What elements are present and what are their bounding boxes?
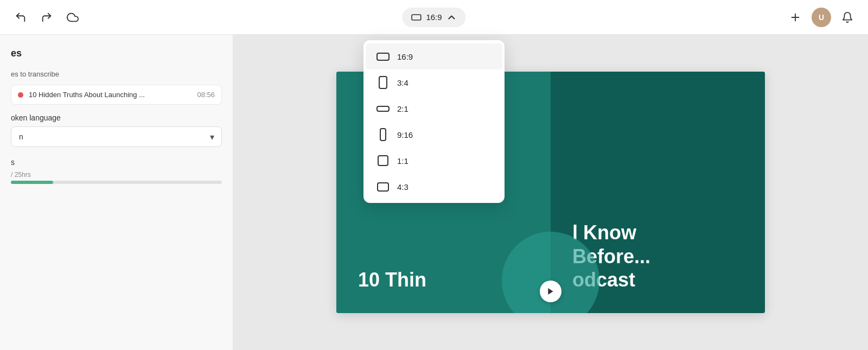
- svg-rect-6: [377, 106, 389, 111]
- slide-play-button[interactable]: [540, 281, 561, 302]
- file-status-dot: [18, 92, 23, 98]
- undo-button[interactable]: [11, 8, 30, 27]
- aspect-ratio-1-1-label: 1:1: [397, 156, 409, 166]
- svg-rect-4: [377, 53, 389, 60]
- portrait-icon: [376, 76, 390, 89]
- aspect-ratio-option-3-4[interactable]: 3:4: [366, 69, 502, 96]
- svg-rect-8: [378, 156, 388, 166]
- toolbar-right: U: [786, 8, 857, 27]
- toolbar-left: [11, 8, 82, 27]
- svg-rect-7: [380, 129, 386, 141]
- aspect-ratio-option-9-16[interactable]: 9:16: [366, 122, 502, 148]
- sidebar: es es to transcribe 10 Hidden Truths Abo…: [0, 35, 233, 350]
- aspect-ratio-option-1-1[interactable]: 1:1: [366, 148, 502, 174]
- aspect-ratio-3-4-label: 3:4: [397, 78, 409, 87]
- svg-rect-5: [379, 77, 387, 88]
- svg-rect-0: [412, 15, 421, 20]
- play-icon: [546, 287, 555, 296]
- chevron-up-icon: [446, 12, 457, 23]
- aspect-ratio-label: 16:9: [426, 12, 442, 22]
- files-label: es to transcribe: [11, 70, 222, 78]
- aspect-ratio-option-2-1[interactable]: 2:1: [366, 96, 502, 122]
- notification-button[interactable]: [838, 8, 857, 27]
- credits-label: s: [11, 158, 222, 167]
- file-duration: 08:56: [197, 91, 215, 99]
- aspect-ratio-4-3-label: 4:3: [397, 182, 409, 192]
- plus-icon: [789, 11, 801, 23]
- credits-bar: [11, 181, 53, 184]
- file-item[interactable]: 10 Hidden Truths About Launching ... 08:…: [11, 85, 222, 105]
- spoken-language-label: oken language: [11, 113, 222, 122]
- portrait-tall-icon: [376, 128, 390, 141]
- aspect-ratio-16-9-label: 16:9: [397, 52, 413, 61]
- aspect-ratio-icon: [411, 12, 422, 23]
- aspect-ratio-dropdown: 16:9 3:4 2:1 9:16 1:1 4:3: [363, 40, 505, 203]
- main-content: 10 Thin l KnowBefore...odcast: [233, 35, 868, 350]
- toolbar: 16:9 U: [0, 0, 868, 35]
- landscape-std-icon: [376, 180, 390, 193]
- language-select[interactable]: n English Spanish French: [11, 126, 222, 147]
- avatar[interactable]: U: [812, 8, 831, 27]
- bell-icon: [841, 11, 853, 23]
- language-select-wrapper: n English Spanish French: [11, 126, 222, 147]
- redo-button[interactable]: [37, 8, 56, 27]
- add-button[interactable]: [786, 8, 805, 27]
- landscape-wide-icon: [376, 102, 390, 115]
- aspect-ratio-option-16-9[interactable]: 16:9: [366, 43, 502, 69]
- toolbar-center: 16:9: [402, 8, 465, 27]
- aspect-ratio-button[interactable]: 16:9: [402, 8, 465, 27]
- slide-text-left: 10 Thin: [358, 268, 426, 291]
- credits-bar-wrapper: [11, 181, 222, 184]
- aspect-ratio-option-4-3[interactable]: 4:3: [366, 174, 502, 200]
- aspect-ratio-2-1-label: 2:1: [397, 104, 409, 113]
- square-icon: [376, 154, 390, 167]
- aspect-ratio-9-16-label: 9:16: [397, 130, 413, 139]
- landscape-icon: [376, 50, 390, 63]
- sidebar-title: es: [11, 48, 222, 59]
- credits-text: / 25hrs: [11, 171, 222, 179]
- cloud-button[interactable]: [63, 8, 82, 27]
- svg-marker-3: [548, 288, 553, 295]
- svg-rect-9: [378, 183, 388, 191]
- file-name: 10 Hidden Truths About Launching ...: [29, 91, 192, 99]
